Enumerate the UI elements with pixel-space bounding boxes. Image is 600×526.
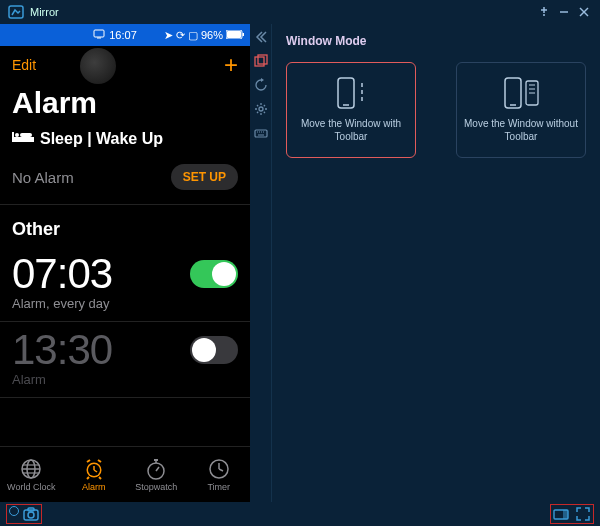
window-mode-card-with-toolbar[interactable]: Move the Window with Toolbar xyxy=(286,62,416,158)
card-icon xyxy=(337,77,366,109)
svg-point-13 xyxy=(15,133,19,137)
location-icon: ➤ xyxy=(164,29,173,42)
no-alarm-text: No Alarm xyxy=(12,169,74,186)
svg-rect-9 xyxy=(243,33,245,36)
pin-button[interactable] xyxy=(536,4,552,20)
side-toolbar xyxy=(250,24,272,502)
tab-label: Stopwatch xyxy=(135,482,177,492)
svg-line-25 xyxy=(98,460,101,462)
close-button[interactable] xyxy=(576,4,592,20)
svg-rect-44 xyxy=(338,78,354,108)
window-mode-card-without-toolbar[interactable]: Move the Window without Toolbar xyxy=(456,62,586,158)
tab-label: World Clock xyxy=(7,482,55,492)
tab-world-clock[interactable]: World Clock xyxy=(0,447,63,502)
svg-line-34 xyxy=(219,469,223,471)
rotate-icon[interactable] xyxy=(254,78,268,92)
phone-mirror-pane: 16:07 ➤ ⟳ ▢ 96% Edit + Alarm Sleep | Wak… xyxy=(0,24,250,502)
bed-icon xyxy=(12,130,34,148)
alarm-time: 07:03 xyxy=(12,250,112,298)
svg-rect-12 xyxy=(32,137,34,142)
app-title: Mirror xyxy=(30,6,59,18)
bottom-toolbar xyxy=(0,502,600,526)
card-icon xyxy=(504,77,539,109)
svg-rect-35 xyxy=(255,57,264,66)
svg-point-37 xyxy=(259,107,263,111)
keyboard-icon[interactable] xyxy=(254,126,268,140)
sleep-section-label: Sleep | Wake Up xyxy=(40,130,163,148)
tab-timer[interactable]: Timer xyxy=(188,447,251,502)
tab-label: Alarm xyxy=(82,482,106,492)
sleep-section-header: Sleep | Wake Up xyxy=(0,128,250,150)
display-icon: ▢ xyxy=(188,29,198,42)
battery-text: 96% xyxy=(201,29,223,41)
status-time: 16:07 xyxy=(109,29,137,41)
alarm-toggle[interactable] xyxy=(190,336,238,364)
settings-heading: Window Mode xyxy=(286,34,586,48)
svg-rect-14 xyxy=(20,133,32,137)
fullscreen-icon[interactable] xyxy=(575,506,591,522)
no-alarm-row: No Alarm SET UP xyxy=(0,150,250,205)
svg-rect-11 xyxy=(12,132,14,142)
alarm-item[interactable]: 07:03 Alarm, every day xyxy=(0,246,250,322)
svg-line-24 xyxy=(87,460,90,462)
tab-stopwatch[interactable]: Stopwatch xyxy=(125,447,188,502)
alarm-label: Alarm xyxy=(12,372,238,387)
globe-icon xyxy=(20,458,42,480)
page-title: Alarm xyxy=(0,84,250,128)
svg-rect-38 xyxy=(255,130,267,137)
svg-line-29 xyxy=(156,467,159,471)
settings-pane: Window Mode Move the Window with Toolbar… xyxy=(250,24,600,502)
gear-icon[interactable] xyxy=(254,102,268,116)
edit-button[interactable]: Edit xyxy=(12,57,36,73)
add-alarm-button[interactable]: + xyxy=(224,51,238,79)
phone-tab-bar: World Clock Alarm Stopwatch Timer xyxy=(0,446,250,502)
title-bar: Mirror xyxy=(0,0,600,24)
svg-line-26 xyxy=(87,477,89,479)
minimize-button[interactable] xyxy=(556,4,572,20)
card-label: Move the Window without Toolbar xyxy=(457,117,585,143)
other-section-label: Other xyxy=(0,205,250,246)
svg-rect-59 xyxy=(563,510,568,519)
stopwatch-icon xyxy=(145,458,167,480)
alarm-toggle[interactable] xyxy=(190,260,238,288)
battery-icon xyxy=(226,29,244,41)
svg-rect-10 xyxy=(12,137,34,142)
tab-alarm[interactable]: Alarm xyxy=(63,447,126,502)
svg-point-1 xyxy=(543,14,545,16)
camera-icon[interactable] xyxy=(23,506,39,522)
app-logo-icon xyxy=(8,4,24,20)
phone-status-bar: 16:07 ➤ ⟳ ▢ 96% xyxy=(0,24,250,46)
record-icon[interactable] xyxy=(9,506,19,516)
assistive-touch-icon[interactable] xyxy=(80,48,116,84)
alarm-label: Alarm, every day xyxy=(12,296,238,311)
timer-icon xyxy=(208,458,230,480)
svg-rect-8 xyxy=(227,31,241,38)
phone-nav-row: Edit + xyxy=(0,46,250,84)
svg-line-27 xyxy=(99,477,101,479)
cast-icon xyxy=(93,29,105,41)
alarm-clock-icon xyxy=(83,458,105,480)
alarm-item[interactable]: 13:30 Alarm xyxy=(0,322,250,398)
card-label: Move the Window with Toolbar xyxy=(287,117,415,143)
toggle-toolbar-icon[interactable] xyxy=(553,506,569,522)
alarm-time: 13:30 xyxy=(12,326,112,374)
svg-rect-49 xyxy=(505,78,521,108)
rotation-icon: ⟳ xyxy=(176,29,185,42)
svg-rect-5 xyxy=(94,30,104,37)
tab-label: Timer xyxy=(207,482,230,492)
window-mode-icon[interactable] xyxy=(254,54,268,68)
collapse-icon[interactable] xyxy=(254,30,268,44)
setup-button[interactable]: SET UP xyxy=(171,164,238,190)
svg-rect-36 xyxy=(258,55,267,64)
svg-point-56 xyxy=(28,512,34,518)
